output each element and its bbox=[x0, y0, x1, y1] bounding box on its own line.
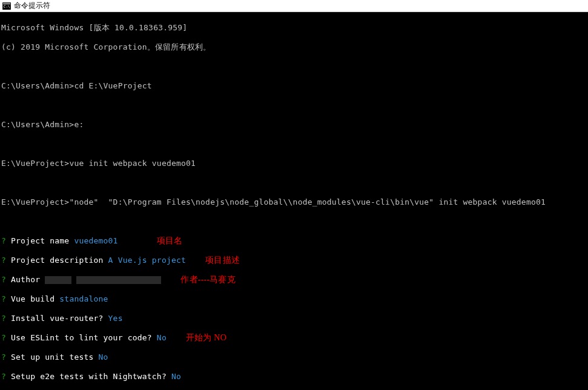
redacted-author-email bbox=[76, 276, 161, 284]
question-e2e-tests: ? Setup e2e tests with Nightwatch? No bbox=[1, 372, 588, 382]
question-label: Author bbox=[6, 275, 45, 284]
spacer bbox=[167, 333, 186, 342]
prompt-path: E:\VueProject> bbox=[1, 197, 69, 207]
question-vue-build: ? Vue build standalone bbox=[1, 294, 588, 304]
spacer bbox=[186, 256, 205, 265]
terminal-output[interactable]: Microsoft Windows [版本 10.0.18363.959] (c… bbox=[0, 12, 588, 390]
question-mark-icon: ? bbox=[1, 372, 6, 381]
annotation-project-name: 项目名 bbox=[157, 236, 183, 245]
prompt-line-1: C:\Users\Admin>cd E:\VueProject bbox=[1, 81, 588, 91]
question-label: Use ESLint to lint your code? bbox=[6, 333, 157, 342]
blank-line bbox=[1, 139, 588, 149]
question-answer: No bbox=[99, 352, 108, 362]
question-project-desc: ? Project description A Vue.js project 项… bbox=[1, 256, 588, 265]
copyright-line: (c) 2019 Microsoft Corporation。保留所有权利。 bbox=[1, 42, 588, 52]
question-mark-icon: ? bbox=[1, 352, 6, 362]
version-line: Microsoft Windows [版本 10.0.18363.959] bbox=[1, 23, 588, 33]
question-author: ? Author 作者----马赛克 bbox=[1, 275, 588, 285]
question-project-name: ? Project name vuedemo01 项目名 bbox=[1, 236, 588, 246]
blank-line bbox=[1, 62, 588, 71]
question-answer: Yes bbox=[108, 314, 123, 323]
blank-line bbox=[1, 217, 588, 226]
question-mark-icon: ? bbox=[1, 275, 6, 284]
redacted-author-name bbox=[45, 276, 71, 284]
question-eslint: ? Use ESLint to lint your code? No 开始为 N… bbox=[1, 333, 588, 343]
question-label: Set up unit tests bbox=[6, 352, 99, 362]
question-mark-icon: ? bbox=[1, 314, 6, 323]
prompt-path: C:\Users\Admin> bbox=[1, 81, 74, 90]
svg-text:C:\: C:\ bbox=[4, 4, 10, 8]
spacer bbox=[161, 275, 180, 284]
prompt-cmd: "node" "D:\Program Files\nodejs\node_glo… bbox=[69, 197, 546, 207]
annotation-start-no: 开始为 NO bbox=[186, 333, 226, 342]
annotation-author: 作者----马赛克 bbox=[180, 275, 235, 284]
cmd-icon: C:\ bbox=[2, 2, 12, 10]
prompt-path: E:\VueProject> bbox=[1, 159, 69, 168]
prompt-cmd: e: bbox=[74, 120, 84, 129]
prompt-cmd: vue init webpack vuedemo01 bbox=[69, 159, 196, 168]
question-mark-icon: ? bbox=[1, 333, 6, 342]
question-mark-icon: ? bbox=[1, 256, 6, 265]
question-label: Project description bbox=[6, 256, 108, 265]
question-answer: standalone bbox=[59, 294, 108, 303]
question-mark-icon: ? bbox=[1, 294, 6, 303]
spacer bbox=[118, 236, 157, 245]
question-answer: No bbox=[157, 333, 167, 342]
prompt-line-3: E:\VueProject>vue init webpack vuedemo01 bbox=[1, 159, 588, 168]
question-mark-icon: ? bbox=[1, 236, 6, 245]
prompt-line-4: E:\VueProject>"node" "D:\Program Files\n… bbox=[1, 197, 588, 207]
prompt-cmd: cd E:\VueProject bbox=[74, 81, 151, 90]
question-answer: A Vue.js project bbox=[108, 256, 186, 265]
annotation-project-desc: 项目描述 bbox=[205, 256, 240, 265]
question-label: Setup e2e tests with Nightwatch? bbox=[6, 372, 171, 381]
question-vue-router: ? Install vue-router? Yes bbox=[1, 314, 588, 323]
question-label: Project name bbox=[6, 236, 74, 245]
window-titlebar[interactable]: C:\ 命令提示符 bbox=[0, 0, 588, 12]
question-answer: No bbox=[171, 372, 181, 381]
blank-line bbox=[1, 178, 588, 188]
question-label: Install vue-router? bbox=[6, 314, 108, 323]
question-label: Vue build bbox=[6, 294, 59, 303]
prompt-path: C:\Users\Admin> bbox=[1, 120, 74, 129]
prompt-line-2: C:\Users\Admin>e: bbox=[1, 120, 588, 130]
window-title: 命令提示符 bbox=[14, 1, 50, 11]
blank-line bbox=[1, 101, 588, 110]
question-answer: vuedemo01 bbox=[74, 236, 117, 245]
question-unit-tests: ? Set up unit tests No bbox=[1, 352, 588, 362]
